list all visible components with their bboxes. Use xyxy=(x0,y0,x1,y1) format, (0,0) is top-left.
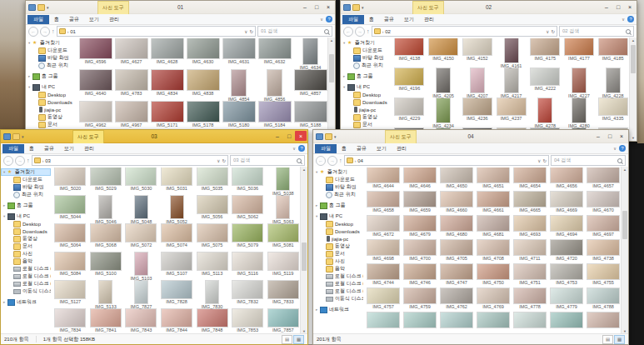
address-bar[interactable]: 02 ∨ ↻ xyxy=(372,26,558,37)
sidebar-item[interactable]: jiajia-pc xyxy=(26,106,76,113)
sidebar-item[interactable]: ▸네트워크 xyxy=(1,298,51,306)
file-item-IMG_5030[interactable]: IMG_5030 xyxy=(123,168,159,196)
file-item-IMG_4661[interactable]: IMG_4661 xyxy=(475,192,512,216)
sidebar-item[interactable]: 문서 xyxy=(1,242,51,250)
file-item-IMG_4834[interactable]: IMG_4834 xyxy=(149,70,185,102)
sidebar-item[interactable]: 로컬 디스크 (C:) xyxy=(1,265,51,272)
file-item-IMG_4229[interactable]: IMG_4229 xyxy=(392,98,427,128)
sidebar-item[interactable]: ▸홈 그룹 xyxy=(1,202,51,209)
file-item-IMG_4747[interactable]: IMG_4747 xyxy=(438,264,475,288)
photo-thumbnail[interactable] xyxy=(99,196,112,218)
file-item-IMG_5036[interactable]: IMG_5036 xyxy=(230,168,266,196)
file-item-IMG_4227[interactable]: IMG_4227 xyxy=(562,68,597,98)
photo-thumbnail[interactable] xyxy=(152,70,183,90)
title-bar[interactable]: ▾ 사진 도구 01 – □ × xyxy=(26,1,335,14)
search-input[interactable]: 03 검색 xyxy=(230,155,305,166)
photo-thumbnail[interactable] xyxy=(441,192,472,207)
sidebar-item[interactable]: 바탕 화면 xyxy=(1,183,51,191)
help-icon[interactable]: ? xyxy=(627,16,634,22)
address-bar[interactable]: 01 ∨ ↻ xyxy=(57,26,257,37)
file-item-IMG_5046[interactable]: IMG_5046 xyxy=(88,196,124,224)
file-item-IMG_5079[interactable]: IMG_5079 xyxy=(230,224,266,252)
photo-thumbnail[interactable] xyxy=(463,98,492,115)
file-item-IMG_4698[interactable]: IMG_4698 xyxy=(365,240,402,264)
photo-thumbnail[interactable] xyxy=(367,192,399,207)
sidebar-item[interactable]: 바탕 화면 xyxy=(341,54,391,62)
photo-thumbnail[interactable] xyxy=(55,196,85,213)
photo-thumbnail[interactable] xyxy=(587,264,619,279)
photo-thumbnail[interactable] xyxy=(404,192,436,207)
photo-thumbnail[interactable] xyxy=(232,196,262,213)
list-view-icon[interactable]: ▤ xyxy=(602,335,613,344)
file-item-IMG_4632[interactable]: IMG_4632 xyxy=(257,38,292,70)
photo-tools-contextual-tab[interactable]: 사진 도구 xyxy=(97,1,129,14)
photo-thumbnail[interactable] xyxy=(259,38,291,58)
sidebar-item[interactable]: 최근 위치 xyxy=(341,62,391,69)
file-item[interactable] xyxy=(402,312,438,334)
sidebar-item[interactable]: 문서 xyxy=(341,121,391,128)
file-item-IMG_7853[interactable]: IMG_7853 xyxy=(230,309,266,334)
help-icon[interactable]: ? xyxy=(619,145,626,152)
ribbon-tab-3[interactable]: 공유 xyxy=(379,16,399,23)
file-item-IMG_4672[interactable]: IMG_4672 xyxy=(365,216,402,240)
photo-thumbnail[interactable] xyxy=(223,102,255,122)
photo-thumbnail[interactable] xyxy=(232,168,262,185)
file-item-IMG_5072[interactable]: IMG_5072 xyxy=(123,224,159,252)
photo-thumbnail[interactable] xyxy=(223,38,255,58)
photo-thumbnail[interactable] xyxy=(514,240,546,255)
back-button[interactable]: ← xyxy=(3,156,13,166)
photo-thumbnail[interactable] xyxy=(187,70,219,90)
photo-thumbnail[interactable] xyxy=(477,216,509,231)
address-dropdown-icon[interactable]: ∨ xyxy=(217,158,220,163)
file-item-IMG_4205[interactable]: IMG_4205 xyxy=(427,68,461,98)
file-item-IMG_4759[interactable]: IMG_4759 xyxy=(402,288,438,312)
photo-thumbnail[interactable] xyxy=(587,216,619,231)
photo-thumbnail[interactable] xyxy=(551,288,582,303)
file-item-IMG_4694[interactable]: IMG_4694 xyxy=(548,216,585,240)
file-item-IMG_4762[interactable]: IMG_4762 xyxy=(438,288,475,312)
scroll-up-icon[interactable]: ▲ xyxy=(630,38,637,43)
file-item-IMG_4670[interactable]: IMG_4670 xyxy=(585,192,622,216)
address-dropdown-icon[interactable]: ∨ xyxy=(546,29,549,34)
photo-thumbnail[interactable] xyxy=(162,281,192,298)
photo-thumbnail[interactable] xyxy=(395,38,423,55)
photo-thumbnail[interactable] xyxy=(116,70,147,90)
photo-thumbnail[interactable] xyxy=(197,224,227,242)
file-item-IMG_5103[interactable]: IMG_5103 xyxy=(123,252,159,281)
photo-thumbnail[interactable] xyxy=(441,240,472,255)
photo-thumbnail[interactable] xyxy=(437,98,450,122)
scrollbar-thumb[interactable] xyxy=(631,45,636,73)
sidebar-item[interactable]: Desktop xyxy=(313,220,363,228)
maximize-button[interactable]: □ xyxy=(311,2,322,12)
file-item-IMG_4769[interactable]: IMG_4769 xyxy=(475,288,512,312)
sidebar-item[interactable]: ▾즐겨찾기 xyxy=(26,39,76,47)
photo-thumbnail[interactable] xyxy=(80,38,112,58)
file-item-IMG_4856[interactable]: IMG_4856 xyxy=(257,70,292,102)
photo-thumbnail[interactable] xyxy=(514,264,546,279)
sidebar-item[interactable]: ▸홈 그룹 xyxy=(26,72,76,80)
photo-thumbnail[interactable] xyxy=(395,98,423,115)
ribbon-tab-1[interactable]: 파일 xyxy=(27,15,49,24)
search-input[interactable]: 02 검색 xyxy=(559,26,634,37)
file-item-IMG_4659[interactable]: IMG_4659 xyxy=(402,192,438,216)
file-item-IMG_4654[interactable]: IMG_4654 xyxy=(512,168,548,192)
file-item-IMG_4634[interactable]: IMG_4634 xyxy=(292,38,328,70)
photo-thumbnail[interactable] xyxy=(441,264,472,279)
photo-thumbnail[interactable] xyxy=(587,288,619,303)
file-item-IMG_4669[interactable]: IMG_4669 xyxy=(548,192,585,216)
file-item-IMG_4596[interactable]: IMG_4596 xyxy=(77,38,113,70)
sidebar-item[interactable]: Downloads xyxy=(341,98,391,106)
file-item-IMG_5075[interactable]: IMG_5075 xyxy=(194,224,230,252)
file-item-IMG_4185[interactable]: IMG_4185 xyxy=(596,38,630,68)
close-button[interactable]: × xyxy=(624,2,636,12)
file-item-IMG_4278[interactable]: IMG_4278 xyxy=(528,98,562,128)
file-item-IMG_5048[interactable]: IMG_5048 xyxy=(123,196,159,224)
file-item[interactable] xyxy=(512,312,548,334)
file-item[interactable] xyxy=(475,312,512,334)
qat-customize-dropdown-icon[interactable]: ▾ xyxy=(362,5,364,10)
photo-thumbnail[interactable] xyxy=(514,216,546,231)
sidebar-item[interactable]: ▾즐겨찾기 xyxy=(1,168,51,176)
file-item-IMG_4335[interactable]: IMG_4335 xyxy=(596,98,630,128)
photo-thumbnail[interactable] xyxy=(404,288,436,303)
file-item-IMG_4175[interactable]: IMG_4175 xyxy=(528,38,562,68)
